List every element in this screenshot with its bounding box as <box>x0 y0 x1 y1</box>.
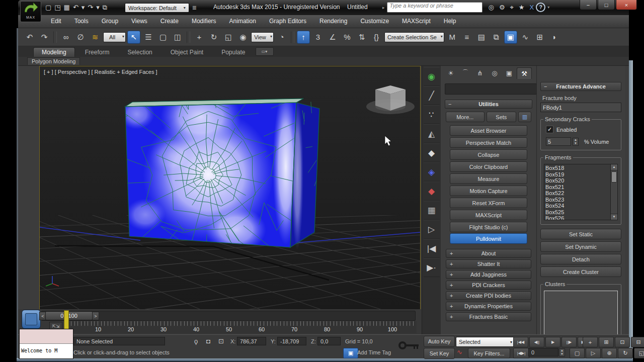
workspace-dropdown[interactable]: Workspace: Default▾ <box>125 3 189 13</box>
polygon-modeling-tab[interactable]: Polygon Modeling <box>27 57 80 65</box>
help-icon[interactable]: ? <box>536 3 545 12</box>
chevron-right-icon[interactable]: ▸ <box>382 5 385 10</box>
keyboard-shortcut-override-icon[interactable]: ↑ <box>297 31 310 44</box>
pdi-tool-icon[interactable]: ╱ <box>424 86 440 105</box>
zoom-extents-all-icon[interactable]: ⊟ <box>631 337 644 347</box>
ribbon-tab[interactable]: Object Paint <box>163 48 211 57</box>
exchange-icon[interactable]: X <box>530 4 534 11</box>
lock-icon[interactable]: ◘ <box>206 337 210 346</box>
more-button[interactable]: More... <box>446 112 485 122</box>
time-slider-handle[interactable]: 0 / 100 <box>45 311 93 320</box>
redo-icon[interactable]: ↷ <box>38 31 51 44</box>
redo-caret-icon[interactable]: ▾ <box>96 3 100 13</box>
menu-item[interactable]: Views <box>125 15 154 28</box>
zoom-extents-icon[interactable]: ⊡ <box>615 337 630 347</box>
pdi-shatter-blue-icon[interactable]: ◈ <box>424 162 440 182</box>
orbit-icon[interactable]: ↻ <box>618 348 633 358</box>
ribbon-tab[interactable]: Populate <box>213 48 253 57</box>
absolute-offset-icon[interactable]: ⊡ <box>218 337 224 346</box>
rollout-bar[interactable]: Fractures Basic <box>446 312 531 321</box>
utility-button[interactable]: Motion Capture <box>450 186 527 196</box>
fragments-list[interactable]: Box518Box519Box520Box521Box522Box523Box5… <box>544 164 611 220</box>
render-setup-icon[interactable]: ◗ <box>548 31 561 44</box>
favorites-star-icon[interactable]: ★ <box>519 4 525 11</box>
menu-item[interactable]: Modifiers <box>185 15 223 28</box>
play-selected-icon[interactable]: ||▶ <box>561 337 577 347</box>
fragment-item[interactable]: Box525 <box>545 209 609 216</box>
fragment-item[interactable]: Box520 <box>545 177 609 184</box>
rollout-bar[interactable]: Add Jagginess <box>446 270 531 279</box>
tab-motion[interactable]: ◎ <box>488 67 502 78</box>
add-time-tag[interactable]: Add Time Tag <box>357 348 391 357</box>
volume-spinner[interactable]: ▲▼ <box>573 138 579 146</box>
current-frame-field[interactable]: 0 <box>528 348 558 356</box>
pdi-dynamics-icon[interactable]: ◉ <box>424 67 440 86</box>
tab-utilities[interactable]: ⚒ <box>517 67 532 79</box>
utilities-rollout-header[interactable]: − Utilities <box>445 100 532 109</box>
schematic-view-icon[interactable]: ⊞ <box>533 31 546 44</box>
pan-icon[interactable]: ⊕ <box>602 348 617 358</box>
snaps-toggle-icon[interactable]: 3 <box>311 31 325 44</box>
rollout-bar[interactable]: Dynamic Properties <box>446 302 531 311</box>
wrench-icon[interactable]: ⚙ <box>499 4 505 11</box>
utility-button[interactable]: MAXScript <box>450 210 527 220</box>
track-bar-ruler[interactable]: 102030405060708090100 <box>64 321 417 333</box>
fragment-item[interactable]: Box522 <box>545 190 609 197</box>
window-crossing-icon[interactable]: ◫ <box>171 31 184 44</box>
ribbon-tab[interactable]: Modeling <box>33 47 75 57</box>
save-file-icon[interactable]: ▦ <box>64 3 70 13</box>
zoom-icon[interactable]: + <box>583 337 598 347</box>
sets-button[interactable]: Sets <box>487 112 516 122</box>
ribbon-config-icon[interactable]: ▭▾ <box>256 47 274 56</box>
clusters-list[interactable] <box>544 291 618 334</box>
utilities-config-icon[interactable]: ▥ <box>518 112 531 122</box>
pdi-shatter-red-icon[interactable]: ◆ <box>424 182 440 201</box>
pulldownit-button[interactable]: Pulldownit <box>450 233 527 244</box>
bind-to-space-warp-icon[interactable]: ≋ <box>89 31 102 44</box>
listener-macro-row[interactable] <box>20 329 73 344</box>
fragment-item[interactable]: Box519 <box>545 171 609 178</box>
communication-center-icon[interactable]: ⌖ <box>510 4 514 12</box>
separator[interactable] <box>291 31 294 43</box>
search-icon[interactable]: ◎ <box>489 4 494 11</box>
utility-search-field[interactable] <box>445 83 537 95</box>
fracture-body-field[interactable]: FBody1 <box>540 103 621 112</box>
next-frame-button[interactable]: > <box>92 312 99 320</box>
select-and-manipulate-icon[interactable]: ◔ <box>275 31 288 44</box>
workspace-menu-icon[interactable]: ≣ <box>192 5 197 11</box>
utility-button[interactable]: Perspective Match <box>450 137 527 148</box>
app-logo[interactable]: MAX <box>20 1 41 22</box>
menu-item[interactable]: Rendering <box>313 15 354 28</box>
auto-key-button[interactable]: Auto Key <box>424 336 455 347</box>
ribbon-tab[interactable]: Freeform <box>77 48 118 57</box>
tab-create[interactable]: ☀ <box>444 67 458 78</box>
menu-item[interactable]: Group <box>95 15 125 28</box>
fractures-action-button[interactable]: Set Static <box>540 229 621 239</box>
tab-modify[interactable]: ⌒ <box>458 67 472 78</box>
rollout-bar[interactable]: About <box>446 249 531 258</box>
tab-display[interactable]: ▣ <box>502 67 516 78</box>
curve-editor-icon[interactable]: ∿ <box>519 31 532 44</box>
fragment-item[interactable]: Box524 <box>545 203 609 209</box>
scroll-up-icon[interactable]: ▲ <box>611 164 617 170</box>
select-and-scale-icon[interactable]: ◱ <box>222 31 235 44</box>
fragment-item[interactable]: Box521 <box>545 184 609 191</box>
fractures-action-button[interactable]: Set Dynamic <box>540 241 621 252</box>
listener-output-row[interactable]: Welcome to M <box>20 344 73 358</box>
isolate-selection-icon[interactable]: ▣ <box>343 348 358 358</box>
use-center-icon[interactable]: ◉ <box>236 31 250 44</box>
selection-filter-dropdown[interactable]: All <box>103 32 126 42</box>
named-selection-sets-dropdown[interactable]: Create Selection Se <box>384 32 444 42</box>
undo-icon[interactable]: ↶ <box>73 3 78 13</box>
selection-lock-bulb-icon[interactable]: ϙ <box>194 337 198 346</box>
project-folder-icon[interactable]: ⧉ <box>103 3 107 13</box>
new-scene-icon[interactable]: ▢ <box>45 3 51 13</box>
maximize-viewport-icon[interactable]: ◱ <box>634 348 644 358</box>
undo-icon[interactable]: ↶ <box>23 31 36 44</box>
volume-field[interactable]: 5 <box>546 137 571 146</box>
fragment-item[interactable]: Box518 <box>545 165 609 171</box>
search-input[interactable]: Type a keyword or phrase <box>387 2 482 13</box>
edit-named-selection-sets-icon[interactable]: {} <box>370 31 383 44</box>
pdi-shard-icon[interactable]: ◆ <box>424 143 440 162</box>
scroll-thumb[interactable] <box>611 171 617 183</box>
